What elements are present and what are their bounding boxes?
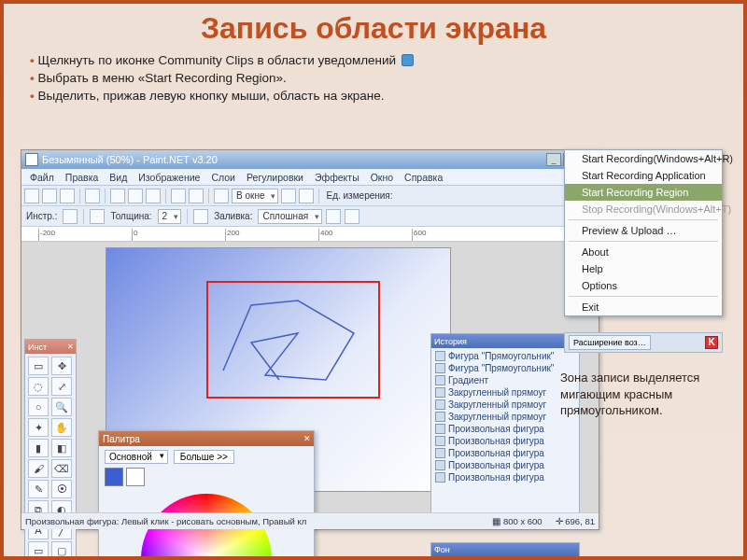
history-item-icon xyxy=(435,399,445,410)
undo-icon[interactable] xyxy=(171,189,186,203)
tool-move-sel-icon[interactable]: ⤢ xyxy=(51,377,72,396)
history-item[interactable]: Закругленный прямоуг xyxy=(433,411,577,423)
tool-brush-icon[interactable]: 🖌 xyxy=(28,459,49,478)
zoom-icon[interactable] xyxy=(214,189,229,203)
current-tool-icon[interactable] xyxy=(63,209,78,224)
tool-rounded-icon[interactable]: ▢ xyxy=(51,541,72,560)
menubar[interactable]: Файл Правка Вид Изображение Слои Регулир… xyxy=(21,169,599,186)
tool-rect-icon[interactable]: ▭ xyxy=(28,541,49,560)
history-item[interactable]: Градиент xyxy=(433,374,577,386)
fill-dropdown[interactable]: Сплошная xyxy=(258,209,322,224)
menu-view[interactable]: Вид xyxy=(105,171,132,184)
history-item-icon xyxy=(435,448,445,458)
history-item[interactable]: Произвольная фигура xyxy=(433,435,577,447)
menu-item[interactable]: Start Recording Region xyxy=(565,184,722,201)
app-icon xyxy=(25,153,38,166)
tools-window-title[interactable]: Инст xyxy=(25,340,76,354)
status-cursor: ✛ 696, 81 xyxy=(556,516,595,526)
tool-eraser-icon[interactable]: ⌫ xyxy=(51,459,72,478)
more-button[interactable]: Больше >> xyxy=(174,450,234,464)
secondary-swatch[interactable] xyxy=(126,468,145,486)
history-panel[interactable]: История Фигура "Прямоугольник"Фигура "Пр… xyxy=(430,333,580,520)
menu-item[interactable]: Start Recording Application xyxy=(565,167,722,184)
layers-title[interactable]: Фон xyxy=(431,543,579,556)
kaspersky-tray-icon[interactable]: K xyxy=(705,336,718,349)
history-item-icon xyxy=(435,412,445,422)
history-item[interactable]: Закругленный прямоуг xyxy=(433,399,577,411)
blend-icon[interactable] xyxy=(345,209,359,224)
slide-title: Запись области экрана xyxy=(4,4,743,49)
status-size: ▦ 747 x 560 xyxy=(492,516,542,526)
menu-item[interactable]: Options xyxy=(565,277,722,294)
statusbar: Произвольная фигура: Левый клик - рисова… xyxy=(21,512,599,529)
cut-icon[interactable] xyxy=(110,189,125,203)
units-label: Ед. измерения: xyxy=(324,190,394,201)
save-icon[interactable] xyxy=(60,189,75,203)
menu-layers[interactable]: Слои xyxy=(206,171,240,184)
palette-title[interactable]: Палитра xyxy=(99,431,314,446)
new-icon[interactable] xyxy=(24,189,39,203)
history-item[interactable]: Произвольная фигура xyxy=(433,459,577,471)
tool-pencil-icon[interactable]: ✎ xyxy=(28,480,49,498)
open-icon[interactable] xyxy=(42,189,57,203)
print-icon[interactable] xyxy=(85,189,100,203)
shape-style-icon[interactable] xyxy=(90,209,105,224)
tool-fill-icon[interactable]: ▮ xyxy=(28,439,49,457)
tool-move-icon[interactable]: ✥ xyxy=(51,357,72,375)
taskbar-item[interactable]: Расширение воз… xyxy=(569,335,651,350)
menu-adjust[interactable]: Регулировки xyxy=(242,171,308,184)
zoom-dropdown[interactable]: В окне xyxy=(232,189,278,203)
history-item[interactable]: Фигура "Прямоугольник" xyxy=(433,350,577,362)
tool-wand-icon[interactable]: ✦ xyxy=(28,418,49,437)
history-item[interactable]: Произвольная фигура xyxy=(433,447,577,459)
copy-icon[interactable] xyxy=(128,189,143,203)
tool-picker-icon[interactable]: ⦿ xyxy=(51,480,72,498)
menu-item[interactable]: Help xyxy=(565,260,722,277)
freeform-scribble xyxy=(214,287,382,399)
menu-item[interactable]: Preview & Upload … xyxy=(565,222,722,239)
tool-lasso-icon[interactable]: ◌ xyxy=(28,377,49,396)
bullet-item: Выделить, прижав левую кнопку мыши, обла… xyxy=(30,89,717,103)
history-item-icon xyxy=(435,460,445,470)
main-toolbar: В окне Ед. измерения: xyxy=(21,186,599,206)
taskbar-fragment: Расширение воз… K xyxy=(564,332,723,353)
menu-image[interactable]: Изображение xyxy=(134,171,204,184)
menu-file[interactable]: Файл xyxy=(25,171,59,184)
paste-icon[interactable] xyxy=(146,189,161,203)
history-item[interactable]: Фигура "Прямоугольник" xyxy=(433,362,577,374)
paintnet-window: Безымянный (50%) - Paint.NET v3.20 _ ▢ ✕… xyxy=(21,149,599,530)
layers-panel[interactable]: Фон xyxy=(430,542,580,560)
history-item[interactable]: Произвольная фигура xyxy=(433,471,577,483)
tool-hand-icon[interactable]: ✋ xyxy=(51,418,72,437)
thickness-dropdown[interactable]: 2 xyxy=(158,209,182,224)
palette-window[interactable]: Палитра Основной Больше >> xyxy=(98,430,315,560)
menu-item[interactable]: Start Recording(Windows+Alt+R) xyxy=(565,150,722,167)
history-item-icon xyxy=(435,363,445,373)
menu-effects[interactable]: Эффекты xyxy=(310,171,364,184)
grid-icon[interactable] xyxy=(281,189,296,203)
history-item[interactable]: Закругленный прямоуг xyxy=(433,386,577,399)
menu-item[interactable]: Exit xyxy=(565,299,722,315)
menu-item[interactable]: About xyxy=(565,244,722,260)
history-item[interactable]: Произвольная фигура xyxy=(433,423,577,435)
menu-help[interactable]: Справка xyxy=(400,171,447,184)
history-item-icon xyxy=(435,472,445,483)
redo-icon[interactable] xyxy=(189,189,204,203)
antialias-icon[interactable] xyxy=(326,209,341,224)
minimize-button[interactable]: _ xyxy=(546,153,561,166)
ruler-icon[interactable] xyxy=(299,189,314,203)
menu-window[interactable]: Окно xyxy=(366,171,398,184)
instr-label: Инстр.: xyxy=(24,211,59,221)
tool-rect-select-icon[interactable]: ▭ xyxy=(28,357,49,375)
menu-edit[interactable]: Правка xyxy=(61,171,103,184)
primary-swatch[interactable] xyxy=(105,468,123,486)
tool-gradient-icon[interactable]: ◧ xyxy=(51,439,72,457)
tool-zoom-icon[interactable]: 🔍 xyxy=(51,398,72,416)
tray-context-menu[interactable]: Start Recording(Windows+Alt+R)Start Reco… xyxy=(564,149,723,316)
titlebar[interactable]: Безымянный (50%) - Paint.NET v3.20 _ ▢ ✕ xyxy=(21,150,599,169)
tool-ellipse-icon[interactable]: ○ xyxy=(28,398,49,416)
history-title[interactable]: История xyxy=(431,334,579,348)
line-style-icon[interactable] xyxy=(193,209,208,224)
status-hint: Произвольная фигура: Левый клик - рисова… xyxy=(25,516,306,526)
color-mode-dropdown[interactable]: Основной xyxy=(105,450,168,464)
